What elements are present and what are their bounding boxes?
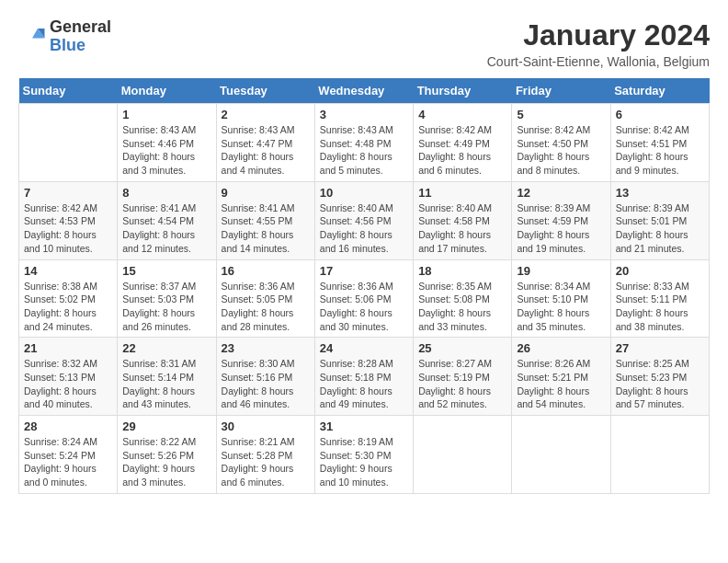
calendar-cell: 21Sunrise: 8:32 AM Sunset: 5:13 PM Dayli… (19, 338, 118, 416)
calendar-week-row: 14Sunrise: 8:38 AM Sunset: 5:02 PM Dayli… (19, 259, 710, 338)
calendar-cell: 12Sunrise: 8:39 AM Sunset: 4:59 PM Dayli… (512, 181, 610, 259)
day-number: 31 (320, 419, 408, 433)
day-number: 24 (320, 341, 408, 355)
calendar-cell (19, 104, 118, 182)
cell-content: Sunrise: 8:22 AM Sunset: 5:26 PM Dayligh… (122, 435, 210, 489)
day-number: 5 (517, 108, 605, 121)
cell-content: Sunrise: 8:41 AM Sunset: 4:55 PM Dayligh… (222, 201, 310, 256)
header-day: Sunday (19, 78, 118, 104)
calendar-cell: 2Sunrise: 8:43 AM Sunset: 4:47 PM Daylig… (216, 104, 314, 182)
logo-line1: General (50, 18, 111, 37)
header-day: Wednesday (314, 78, 413, 104)
cell-content: Sunrise: 8:36 AM Sunset: 5:06 PM Dayligh… (320, 280, 408, 334)
calendar-header: SundayMondayTuesdayWednesdayThursdayFrid… (19, 78, 710, 104)
cell-content: Sunrise: 8:31 AM Sunset: 5:14 PM Dayligh… (122, 357, 210, 411)
calendar-cell: 25Sunrise: 8:27 AM Sunset: 5:19 PM Dayli… (414, 338, 512, 416)
cell-content: Sunrise: 8:42 AM Sunset: 4:53 PM Dayligh… (24, 201, 112, 256)
calendar-cell: 28Sunrise: 8:24 AM Sunset: 5:24 PM Dayli… (19, 416, 118, 494)
cell-content: Sunrise: 8:42 AM Sunset: 4:50 PM Dayligh… (517, 123, 605, 178)
day-number: 25 (418, 341, 506, 355)
cell-content: Sunrise: 8:30 AM Sunset: 5:16 PM Dayligh… (222, 357, 310, 411)
calendar-week-row: 1Sunrise: 8:43 AM Sunset: 4:46 PM Daylig… (19, 104, 710, 182)
calendar-cell: 22Sunrise: 8:31 AM Sunset: 5:14 PM Dayli… (118, 338, 216, 416)
logo-text: General Blue (50, 18, 111, 55)
calendar-subtitle: Court-Saint-Etienne, Wallonia, Belgium (487, 54, 710, 69)
calendar-cell: 18Sunrise: 8:35 AM Sunset: 5:08 PM Dayli… (414, 259, 512, 338)
cell-content: Sunrise: 8:21 AM Sunset: 5:28 PM Dayligh… (222, 435, 310, 489)
title-section: January 2024 Court-Saint-Etienne, Wallon… (487, 18, 710, 69)
day-number: 2 (222, 108, 310, 121)
calendar-cell (414, 416, 512, 494)
day-number: 29 (122, 419, 210, 433)
day-number: 4 (418, 108, 506, 121)
calendar-cell: 15Sunrise: 8:37 AM Sunset: 5:03 PM Dayli… (118, 259, 216, 338)
cell-content: Sunrise: 8:25 AM Sunset: 5:23 PM Dayligh… (616, 357, 704, 411)
day-number: 9 (222, 186, 310, 200)
cell-content: Sunrise: 8:40 AM Sunset: 4:56 PM Dayligh… (320, 201, 408, 256)
cell-content: Sunrise: 8:28 AM Sunset: 5:18 PM Dayligh… (320, 357, 408, 411)
calendar-cell: 31Sunrise: 8:19 AM Sunset: 5:30 PM Dayli… (314, 416, 413, 494)
cell-content: Sunrise: 8:32 AM Sunset: 5:13 PM Dayligh… (24, 357, 112, 411)
day-number: 15 (122, 264, 210, 278)
calendar-cell (610, 416, 709, 494)
calendar-cell: 17Sunrise: 8:36 AM Sunset: 5:06 PM Dayli… (314, 259, 413, 338)
calendar-cell: 30Sunrise: 8:21 AM Sunset: 5:28 PM Dayli… (216, 416, 314, 494)
day-number: 19 (517, 264, 605, 278)
calendar-cell: 10Sunrise: 8:40 AM Sunset: 4:56 PM Dayli… (314, 181, 413, 259)
calendar-week-row: 28Sunrise: 8:24 AM Sunset: 5:24 PM Dayli… (19, 416, 710, 494)
header-day: Monday (118, 78, 216, 104)
cell-content: Sunrise: 8:42 AM Sunset: 4:49 PM Dayligh… (418, 123, 506, 178)
day-number: 10 (320, 186, 408, 200)
calendar-cell: 26Sunrise: 8:26 AM Sunset: 5:21 PM Dayli… (512, 338, 610, 416)
calendar-cell: 11Sunrise: 8:40 AM Sunset: 4:58 PM Dayli… (414, 181, 512, 259)
cell-content: Sunrise: 8:43 AM Sunset: 4:48 PM Dayligh… (320, 123, 408, 178)
calendar-body: 1Sunrise: 8:43 AM Sunset: 4:46 PM Daylig… (19, 104, 710, 494)
cell-content: Sunrise: 8:42 AM Sunset: 4:51 PM Dayligh… (616, 123, 704, 178)
cell-content: Sunrise: 8:39 AM Sunset: 4:59 PM Dayligh… (517, 201, 605, 256)
day-number: 6 (616, 108, 704, 121)
cell-content: Sunrise: 8:38 AM Sunset: 5:02 PM Dayligh… (24, 280, 112, 334)
cell-content: Sunrise: 8:41 AM Sunset: 4:54 PM Dayligh… (122, 201, 210, 256)
cell-content: Sunrise: 8:35 AM Sunset: 5:08 PM Dayligh… (418, 280, 506, 334)
calendar-cell: 23Sunrise: 8:30 AM Sunset: 5:16 PM Dayli… (216, 338, 314, 416)
header-row: SundayMondayTuesdayWednesdayThursdayFrid… (19, 78, 710, 104)
calendar-cell: 16Sunrise: 8:36 AM Sunset: 5:05 PM Dayli… (216, 259, 314, 338)
day-number: 16 (222, 264, 310, 278)
calendar-week-row: 7Sunrise: 8:42 AM Sunset: 4:53 PM Daylig… (19, 181, 710, 259)
cell-content: Sunrise: 8:24 AM Sunset: 5:24 PM Dayligh… (24, 435, 112, 489)
day-number: 20 (616, 264, 704, 278)
day-number: 8 (122, 186, 210, 200)
calendar-cell: 1Sunrise: 8:43 AM Sunset: 4:46 PM Daylig… (118, 104, 216, 182)
day-number: 11 (418, 186, 506, 200)
calendar-cell: 5Sunrise: 8:42 AM Sunset: 4:50 PM Daylig… (512, 104, 610, 182)
day-number: 7 (24, 186, 112, 200)
calendar-title: January 2024 (487, 18, 710, 52)
cell-content: Sunrise: 8:43 AM Sunset: 4:46 PM Dayligh… (122, 123, 210, 178)
calendar-cell: 4Sunrise: 8:42 AM Sunset: 4:49 PM Daylig… (414, 104, 512, 182)
calendar-week-row: 21Sunrise: 8:32 AM Sunset: 5:13 PM Dayli… (19, 338, 710, 416)
day-number: 12 (517, 186, 605, 200)
day-number: 22 (122, 341, 210, 355)
day-number: 27 (616, 341, 704, 355)
cell-content: Sunrise: 8:26 AM Sunset: 5:21 PM Dayligh… (517, 357, 605, 411)
calendar-cell: 7Sunrise: 8:42 AM Sunset: 4:53 PM Daylig… (19, 181, 118, 259)
header: General Blue January 2024 Court-Saint-Et… (18, 18, 710, 69)
calendar-cell: 14Sunrise: 8:38 AM Sunset: 5:02 PM Dayli… (19, 259, 118, 338)
day-number: 23 (222, 341, 310, 355)
cell-content: Sunrise: 8:39 AM Sunset: 5:01 PM Dayligh… (616, 201, 704, 256)
logo-icon (18, 23, 46, 51)
cell-content: Sunrise: 8:36 AM Sunset: 5:05 PM Dayligh… (222, 280, 310, 334)
cell-content: Sunrise: 8:43 AM Sunset: 4:47 PM Dayligh… (222, 123, 310, 178)
logo-line2: Blue (50, 37, 111, 55)
cell-content: Sunrise: 8:27 AM Sunset: 5:19 PM Dayligh… (418, 357, 506, 411)
day-number: 14 (24, 264, 112, 278)
header-day: Friday (512, 78, 610, 104)
cell-content: Sunrise: 8:37 AM Sunset: 5:03 PM Dayligh… (122, 280, 210, 334)
calendar-cell: 20Sunrise: 8:33 AM Sunset: 5:11 PM Dayli… (610, 259, 709, 338)
cell-content: Sunrise: 8:34 AM Sunset: 5:10 PM Dayligh… (517, 280, 605, 334)
day-number: 18 (418, 264, 506, 278)
cell-content: Sunrise: 8:19 AM Sunset: 5:30 PM Dayligh… (320, 435, 408, 489)
day-number: 26 (517, 341, 605, 355)
calendar-table: SundayMondayTuesdayWednesdayThursdayFrid… (18, 78, 710, 494)
calendar-cell: 8Sunrise: 8:41 AM Sunset: 4:54 PM Daylig… (118, 181, 216, 259)
